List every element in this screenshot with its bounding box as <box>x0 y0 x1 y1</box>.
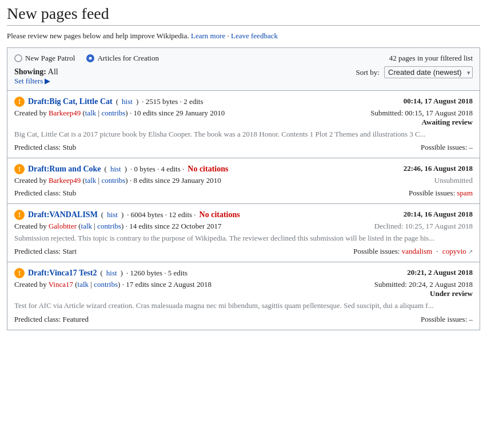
leave-feedback-link[interactable]: Leave feedback <box>231 31 278 40</box>
table-row: ! Draft:VANDALISM ( hist ) · 6004 bytes … <box>7 204 480 262</box>
no-citations-badge: No citations <box>187 165 228 174</box>
created-by: Created by Barkeep49 (talk | contribs) ·… <box>14 176 221 185</box>
radio-group: New Page Patrol Articles for Creation <box>14 54 356 63</box>
showing-label: Showing: All <box>14 67 58 76</box>
contribs-link[interactable]: contribs <box>101 176 125 185</box>
author-link[interactable]: Barkeep49 <box>49 109 81 117</box>
article-description: Test for AfC via Article wizard creation… <box>14 301 473 311</box>
sort-area: Sort by: Created date (newest) Created d… <box>356 66 473 78</box>
learn-more-link[interactable]: Learn more <box>191 31 225 40</box>
possible-issues: Possible issues: spam <box>409 189 473 198</box>
possible-issues: Possible issues: vandalism · copyvio ↗ <box>353 247 473 256</box>
author-link[interactable]: Barkeep49 <box>49 176 81 185</box>
hist-link[interactable]: hist <box>107 210 118 219</box>
article-title-link[interactable]: Draft:Rum and Coke <box>28 165 101 174</box>
article-hist-close: ) <box>136 97 138 106</box>
article-description: Submission rejected. This topic is contr… <box>14 233 473 243</box>
created-by: Created by Vinca17 (talk | contribs) · 1… <box>14 280 211 289</box>
issue-spam: spam <box>457 189 473 197</box>
radio-label-afc: Articles for Creation <box>97 54 159 63</box>
set-filters-link[interactable]: Set filters ▶ <box>14 77 50 85</box>
articles-list: ! Draft:Big Cat, Little Cat ( hist ) · 2… <box>7 91 480 330</box>
hist-link[interactable]: hist <box>106 269 117 278</box>
created-by: Created by Galobtter (talk | contribs) ·… <box>14 222 222 231</box>
radio-circle-patrol[interactable] <box>14 54 22 62</box>
article-footer: Predicted class: Start Possible issues: … <box>14 247 473 256</box>
article-date: 00:14, 17 August 2018 <box>404 97 473 106</box>
predicted-class: Predicted class: Stub <box>14 143 76 152</box>
radio-circle-afc[interactable] <box>86 54 94 62</box>
article-date: 20:21, 2 August 2018 <box>407 268 473 277</box>
predicted-class: Predicted class: Stub <box>14 189 76 198</box>
issue-copyvio: copyvio ↗ <box>442 247 473 255</box>
author-link[interactable]: Galobtter <box>49 222 77 230</box>
article-title-link[interactable]: Draft:VANDALISM <box>28 210 98 219</box>
hist-link[interactable]: hist <box>122 97 133 106</box>
article-title-link[interactable]: Draft:Big Cat, Little Cat <box>28 97 113 106</box>
sort-by-label: Sort by: <box>356 68 380 77</box>
exclamation-icon: ! <box>14 268 25 278</box>
article-description: Big Cat, Little Cat is a 2017 picture bo… <box>14 129 473 139</box>
submitted-info: Unsubmitted <box>434 176 473 185</box>
author-link[interactable]: Vinca17 <box>49 280 73 289</box>
talk-link[interactable]: talk <box>78 280 89 289</box>
created-by: Created by Barkeep49 (talk | contribs) ·… <box>14 109 225 118</box>
exclamation-icon: ! <box>14 97 25 107</box>
contribs-link[interactable]: contribs <box>97 222 121 230</box>
filter-bar: New Page Patrol Articles for Creation Sh… <box>7 47 480 91</box>
exclamation-icon: ! <box>14 210 25 220</box>
radio-new-page-patrol[interactable]: New Page Patrol <box>14 54 75 63</box>
talk-link[interactable]: talk <box>85 176 97 185</box>
article-meta-1: · 2515 bytes · 2 edits <box>142 97 203 106</box>
external-link-icon: ↗ <box>468 249 473 255</box>
radio-articles-for-creation[interactable]: Articles for Creation <box>86 54 159 63</box>
no-citations-badge: No citations <box>199 210 240 219</box>
talk-link[interactable]: talk <box>85 109 97 117</box>
table-row: ! Draft:Big Cat, Little Cat ( hist ) · 2… <box>7 91 480 158</box>
article-footer: Predicted class: Featured Possible issue… <box>14 315 473 324</box>
talk-link[interactable]: talk <box>81 222 93 230</box>
pages-count: 42 pages in your filtered list <box>389 54 473 63</box>
page-container: New pages feed Please review new pages b… <box>0 0 487 337</box>
article-date: 20:14, 16 August 2018 <box>404 210 473 219</box>
predicted-class: Predicted class: Start <box>14 247 77 256</box>
sort-select[interactable]: Created date (newest) Created date (olde… <box>384 66 473 78</box>
filter-top-row: New Page Patrol Articles for Creation Sh… <box>14 54 473 86</box>
radio-label-patrol: New Page Patrol <box>25 54 75 63</box>
article-footer: Predicted class: Stub Possible issues: – <box>14 143 473 152</box>
exclamation-icon: ! <box>14 164 25 174</box>
description: Please review new pages below and help i… <box>7 31 480 41</box>
contribs-link[interactable]: contribs <box>94 280 118 289</box>
status-label: Under review <box>430 289 473 298</box>
submitted-info: Declined: 10:25, 17 August 2018 <box>374 222 473 231</box>
submitted-info: Submitted: 20:24, 2 August 2018 Under re… <box>374 280 473 298</box>
contribs-link[interactable]: contribs <box>101 109 125 117</box>
description-text: Please review new pages below and help i… <box>7 31 189 40</box>
article-title-link[interactable]: Draft:Vinca17 Test2 <box>28 269 97 278</box>
article-footer: Predicted class: Stub Possible issues: s… <box>14 189 473 198</box>
issue-vandalism: vandalism <box>402 247 432 255</box>
hist-link[interactable]: hist <box>110 165 121 174</box>
table-row: ! Draft:Rum and Coke ( hist ) · 0 bytes … <box>7 158 480 204</box>
possible-issues: Possible issues: – <box>421 315 473 324</box>
page-title: New pages feed <box>7 5 480 26</box>
possible-issues: Possible issues: – <box>421 143 473 152</box>
article-hist-paren: ( <box>116 97 118 106</box>
article-date: 22:46, 16 August 2018 <box>404 164 473 173</box>
table-row: ! Draft:Vinca17 Test2 ( hist ) · 1260 by… <box>7 262 480 329</box>
status-label: Awaiting review <box>422 118 473 126</box>
submitted-info: Submitted: 00:15, 17 August 2018 Awaitin… <box>370 109 473 127</box>
predicted-class: Predicted class: Featured <box>14 315 89 324</box>
